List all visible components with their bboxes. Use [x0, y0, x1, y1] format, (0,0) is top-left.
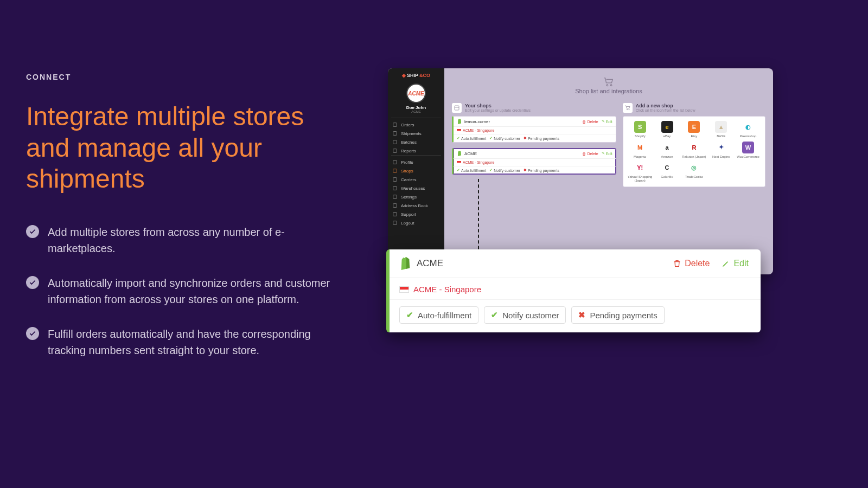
- svg-rect-7: [393, 187, 397, 190]
- pill-label: Auto-fulfillment: [418, 311, 471, 320]
- integration-yahoo-shopping-japan-[interactable]: Y! Yahoo! Shopping (Japan): [628, 162, 653, 182]
- sidebar-item-address book[interactable]: Address Book: [388, 201, 444, 210]
- integrations-grid: S Shopify e eBay E Etsy ▲ BASE ◐ Prestas…: [623, 116, 765, 187]
- integration-icon: C: [661, 162, 673, 174]
- svg-rect-1: [393, 132, 397, 136]
- svg-point-12: [607, 85, 608, 86]
- sidebar-item-label: Logout: [401, 221, 414, 226]
- callout-shop-name: ACME: [417, 258, 443, 269]
- cart-icon: [603, 77, 615, 87]
- list-icon: [452, 103, 462, 113]
- integration-ebay[interactable]: e eBay: [655, 121, 680, 138]
- cart-plus-icon: [623, 103, 633, 113]
- delete-button[interactable]: Delete: [673, 259, 710, 268]
- sidebar-item-label: Support: [401, 212, 416, 217]
- shopify-icon: [457, 151, 462, 156]
- sidebar-item-label: Address Book: [401, 203, 428, 208]
- sidebar-item-profile[interactable]: Profile: [388, 158, 444, 166]
- shop-tag: ✔ Notify customer: [489, 168, 520, 172]
- svg-rect-11: [393, 221, 397, 225]
- delete-label: Delete: [587, 152, 598, 156]
- integration-etsy[interactable]: E Etsy: [681, 121, 706, 138]
- sidebar-item-warehouses[interactable]: Warehouses: [388, 184, 444, 192]
- integration-next-engine[interactable]: ✦ Next Engine: [709, 142, 733, 159]
- x-icon: ✖: [578, 310, 585, 320]
- integration-label: eBay: [663, 134, 671, 138]
- integration-magento[interactable]: M Magento: [628, 142, 653, 159]
- shop-card[interactable]: lemon-corner 🗑 Delete ✎ Edit ACME - Sing…: [452, 116, 616, 143]
- sidebar-item-orders[interactable]: Orders: [388, 120, 444, 129]
- integration-icon: ◐: [742, 121, 754, 133]
- sidebar-item-shipments[interactable]: Shipments: [388, 129, 444, 138]
- sidebar-item-label: Carriers: [401, 177, 416, 182]
- pill-label: Notify customer: [502, 311, 559, 320]
- sidebar-item-label: Warehouses: [401, 186, 425, 191]
- your-shops-title: Your shops: [465, 103, 531, 108]
- integration-label: ColorMe: [661, 175, 673, 179]
- integration-rakuten-japan-[interactable]: R Rakuten (Japan): [681, 142, 706, 159]
- svg-point-17: [629, 109, 629, 110]
- logo: ◆ SHIP&CO: [388, 68, 444, 81]
- integration-icon: W: [742, 142, 754, 153]
- sidebar-account[interactable]: ACME Doe John ACME: [388, 84, 444, 113]
- sidebar-item-batches[interactable]: Batches: [388, 138, 444, 146]
- integration-woocommerce[interactable]: W WooCommerce: [736, 142, 761, 159]
- sidebar-item-carriers[interactable]: Carriers: [388, 175, 444, 184]
- svg-rect-14: [455, 106, 459, 110]
- app-screenshot: ◆ SHIP&CO ACME Doe John ACME OrdersShipm…: [388, 68, 773, 274]
- integration-base[interactable]: ▲ BASE: [709, 121, 733, 138]
- status-pill: ✔ Notify customer: [484, 306, 566, 324]
- sidebar-item-label: Settings: [401, 195, 417, 200]
- page-title: Shop list and integrations: [575, 88, 642, 94]
- integration-label: Rakuten (Japan): [682, 155, 706, 159]
- marketing-copy: CONNECT Integrate multiple stores and ma…: [26, 73, 335, 377]
- integration-icon: ✦: [715, 142, 727, 153]
- integration-icon: e: [661, 121, 673, 133]
- main-panel: Shop list and integrations Your shops Ed…: [444, 68, 773, 274]
- integration-label: BASE: [717, 134, 725, 138]
- integration-colorme[interactable]: C ColorMe: [655, 162, 680, 182]
- integration-label: Magento: [634, 155, 646, 159]
- eyebrow: CONNECT: [26, 73, 335, 81]
- logo-text-a: SHIP: [407, 73, 418, 78]
- shop-tag: ✔ Auto-fulfillment: [457, 136, 486, 140]
- sidebar-item-reports[interactable]: Reports: [388, 146, 444, 155]
- sidebar-item-shops[interactable]: Shops: [388, 166, 444, 175]
- integration-prestashop[interactable]: ◐ Prestashop: [736, 121, 761, 138]
- user-name: Doe John: [388, 105, 444, 110]
- sidebar-item-logout[interactable]: Logout: [388, 219, 444, 227]
- sidebar-item-settings[interactable]: Settings: [388, 192, 444, 201]
- svg-point-13: [610, 85, 612, 86]
- shop-card[interactable]: ACME 🗑 Delete ✎ Edit ACME - Singapore ✔ …: [452, 148, 616, 175]
- user-company: ACME: [388, 110, 444, 113]
- edit-button[interactable]: ✎ Edit: [602, 119, 612, 124]
- sidebar: ◆ SHIP&CO ACME Doe John ACME OrdersShipm…: [388, 68, 444, 274]
- integration-label: Next Engine: [712, 155, 730, 159]
- check-icon: [26, 276, 39, 289]
- check-icon: [26, 225, 39, 238]
- integration-amazon[interactable]: a Amazon: [655, 142, 680, 159]
- shop-subtitle: ACME - Singapore: [463, 129, 494, 132]
- integration-icon: Y!: [634, 162, 646, 174]
- integration-label: TradeGecko: [685, 175, 703, 179]
- sidebar-item-label: Reports: [401, 149, 416, 153]
- svg-rect-4: [393, 160, 397, 164]
- shop-tag: ✖ Pending payments: [524, 136, 559, 140]
- integration-tradegecko[interactable]: ◎ TradeGecko: [681, 162, 706, 182]
- delete-button[interactable]: 🗑 Delete: [582, 119, 598, 124]
- check-icon: ✔: [406, 310, 413, 320]
- edit-button[interactable]: Edit: [722, 259, 749, 268]
- sidebar-item-support[interactable]: Support: [388, 210, 444, 219]
- integration-label: Shopify: [635, 134, 646, 138]
- logo-accent: ◆: [402, 73, 406, 78]
- shopify-icon: [399, 257, 411, 270]
- pill-label: Pending payments: [590, 311, 657, 320]
- sidebar-item-label: Orders: [401, 123, 414, 127]
- edit-button[interactable]: ✎ Edit: [602, 151, 612, 156]
- check-icon: ✔: [491, 310, 498, 320]
- svg-rect-0: [393, 123, 397, 127]
- integration-shopify[interactable]: S Shopify: [628, 121, 653, 138]
- integration-icon: M: [634, 142, 646, 153]
- delete-button[interactable]: 🗑 Delete: [582, 151, 598, 156]
- svg-point-16: [627, 109, 627, 110]
